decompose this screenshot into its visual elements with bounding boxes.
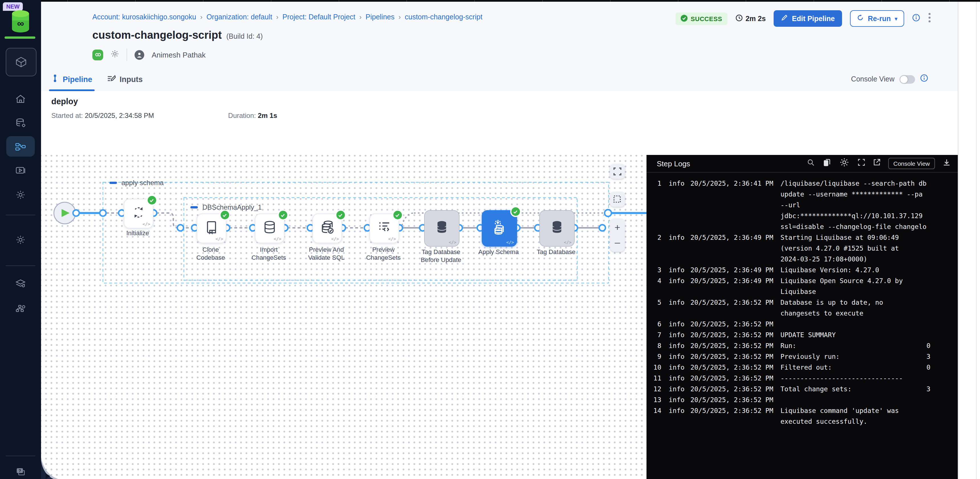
pipeline-link-badge[interactable] <box>92 49 103 60</box>
header-actions: SUCCESS 2m 2s Edit Pipeline Re-run ▾ <box>676 10 931 27</box>
step-node-tag-database-before-update[interactable]: </> <box>424 210 459 247</box>
database-check-icon <box>320 220 334 237</box>
external-link-icon[interactable] <box>873 159 881 168</box>
log-line: 1info20/5/2025, 2:36:41 PM/liquibase/liq… <box>646 178 958 189</box>
step-node-apply-schema[interactable]: </> <box>482 210 517 247</box>
sidebar-module-selector[interactable] <box>6 48 37 76</box>
svg-text:?: ? <box>19 468 21 473</box>
clock-icon <box>735 14 743 23</box>
step-label: ImportChangeSets <box>240 246 297 262</box>
log-line-wrap: executed successfully. <box>646 416 958 427</box>
sidebar-item-executions[interactable] <box>6 160 35 181</box>
log-line: 6info20/5/2025, 2:36:52 PM <box>646 319 958 330</box>
step-label: Initialize <box>109 230 166 237</box>
database-solid-icon <box>434 220 449 237</box>
database-logo-icon[interactable]: ∞ <box>9 9 32 33</box>
fit-view-button[interactable] <box>610 164 625 179</box>
layers-gear-icon <box>15 278 26 289</box>
log-line-wrap: jdbc:*************ql://10.101.37.129 <box>646 211 958 222</box>
breadcrumb-link[interactable]: Project: Default Project <box>283 13 355 21</box>
log-line: 14info20/5/2025, 2:36:52 PMLiquibase com… <box>646 406 958 416</box>
duration-indicator: 2m 2s <box>735 14 766 23</box>
log-line-wrap: Liquibase <box>646 287 958 297</box>
stage-summary: deploy Started at: 20/5/2025, 2:34:58 PM… <box>41 91 958 155</box>
rerun-button[interactable]: Re-run ▾ <box>850 10 904 27</box>
fullscreen-icon[interactable] <box>858 159 865 168</box>
sidebar: NEW ∞ ? <box>0 0 41 479</box>
success-check-icon <box>277 209 288 220</box>
step-label: Preview AndValidate SQL <box>298 246 355 262</box>
tab-pipeline[interactable]: Pipeline <box>51 67 92 91</box>
inputs-tab-icon <box>107 75 116 84</box>
step-node-tag-database[interactable]: </> <box>539 210 574 247</box>
more-options-icon[interactable] <box>928 12 931 25</box>
step-node-import-changesets[interactable]: </> <box>255 214 284 243</box>
gear-icon <box>15 234 26 246</box>
log-line: 11info20/5/2025, 2:36:52 PM-------------… <box>646 373 958 384</box>
repo-icon <box>204 220 219 237</box>
step-logs-header: Step Logs Console View <box>646 155 958 173</box>
canvas-corner-handle[interactable] <box>41 457 58 479</box>
gear-icon[interactable] <box>838 157 850 170</box>
success-check-icon <box>219 209 230 220</box>
sidebar-item-settings[interactable] <box>6 230 35 250</box>
step-label: Tag DatabaseBefore Update <box>412 248 469 264</box>
scrollbar-track[interactable] <box>976 2 977 479</box>
tab-inputs[interactable]: Inputs <box>107 67 143 91</box>
collapse-icon[interactable] <box>110 182 117 184</box>
sidebar-item-layers[interactable] <box>6 273 35 294</box>
log-line: 8info20/5/2025, 2:36:52 PMRun: 0 <box>646 341 958 351</box>
info-icon[interactable] <box>912 13 920 24</box>
console-view-toggle[interactable] <box>900 75 915 83</box>
log-line: 9info20/5/2025, 2:36:52 PMPreviously run… <box>646 351 958 362</box>
breadcrumb-link[interactable]: Organization: default <box>206 13 272 21</box>
sidebar-item-pipelines[interactable] <box>6 136 35 157</box>
pipelines-icon <box>15 141 26 152</box>
gear-icon[interactable] <box>111 49 119 60</box>
log-line-wrap: update --username ************* --pa <box>646 189 958 200</box>
breadcrumb-link[interactable]: Pipelines <box>366 13 395 21</box>
marquee-select-button[interactable] <box>610 192 625 207</box>
step-logs-panel: Step Logs Console View 1info20/5/2025, 2… <box>646 155 958 479</box>
download-icon[interactable] <box>942 158 951 169</box>
zoom-out-button[interactable]: – <box>615 237 620 248</box>
log-line: 4info20/5/2025, 2:36:49 PMLiquibase Open… <box>646 276 958 287</box>
logs-console-view-button[interactable]: Console View <box>888 158 935 169</box>
breadcrumb-separator: › <box>200 13 202 21</box>
edit-pipeline-button[interactable]: Edit Pipeline <box>774 10 842 27</box>
step-node-clone-codebase[interactable]: </> <box>196 214 226 243</box>
sidebar-item-database-devops[interactable] <box>6 113 35 133</box>
svg-text:∞: ∞ <box>17 18 24 29</box>
sidebar-item-home[interactable] <box>6 89 35 109</box>
info-icon[interactable] <box>920 74 928 84</box>
sidebar-divider <box>6 456 35 456</box>
breadcrumb-link[interactable]: Account: kurosakiichigo.songoku <box>92 13 196 21</box>
breadcrumb: Account: kurosakiichigo.songoku›Organiza… <box>92 13 482 21</box>
pipeline-canvas[interactable]: apply schema DBSchemaApply_1 </>Initiali… <box>41 155 646 479</box>
step-node-initialize[interactable]: </> <box>123 199 153 228</box>
group-apply-schema[interactable]: apply schema <box>110 179 164 187</box>
chevron-down-icon: ▾ <box>895 16 897 21</box>
step-node-preview-and-validate-sql[interactable]: </> <box>312 214 342 243</box>
log-output[interactable]: 1info20/5/2025, 2:36:41 PM/liquibase/liq… <box>646 173 958 479</box>
refresh-icon <box>857 14 864 23</box>
success-check-icon <box>335 209 346 220</box>
breadcrumb-link[interactable]: custom-changelog-script <box>405 13 482 21</box>
zoom-in-button[interactable]: + <box>614 222 620 233</box>
zoom-control[interactable]: + – <box>610 219 625 252</box>
home-icon <box>15 94 26 105</box>
sidebar-item-help[interactable]: ? <box>6 462 35 479</box>
search-icon[interactable] <box>807 158 815 169</box>
copy-icon[interactable] <box>822 158 831 169</box>
avatar <box>135 50 144 60</box>
right-gutter <box>958 2 980 479</box>
divider <box>127 48 127 61</box>
breadcrumb-separator: › <box>360 13 362 21</box>
sidebar-item-delegates[interactable] <box>6 298 35 319</box>
code-template-icon: </> <box>449 240 457 245</box>
step-node-preview-changesets[interactable]: </> <box>369 214 399 243</box>
collapse-icon[interactable] <box>191 206 198 208</box>
sidebar-item-environments[interactable] <box>6 184 35 205</box>
log-line: 7info20/5/2025, 2:36:52 PMUPDATE SUMMARY <box>646 330 958 341</box>
build-id: (Build Id: 4) <box>226 32 263 40</box>
